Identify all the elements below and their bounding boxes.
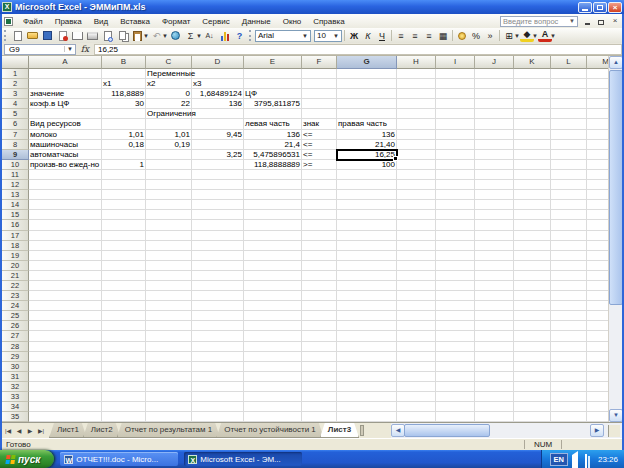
cell-L24[interactable] — [551, 301, 587, 311]
cell-D19[interactable] — [192, 251, 244, 261]
cell-B7[interactable]: 1,01 — [102, 130, 146, 140]
cell-M6[interactable] — [587, 119, 608, 129]
cell-E4[interactable]: 3795,811875 — [244, 99, 302, 109]
cell-H16[interactable] — [397, 220, 436, 230]
cell-H29[interactable] — [397, 352, 436, 362]
menu-item-Сервис[interactable]: Сервис — [196, 16, 235, 27]
sheet-tab-Лист2[interactable]: Лист2 — [83, 423, 121, 438]
cell-H21[interactable] — [397, 271, 436, 281]
cell-D29[interactable] — [192, 352, 244, 362]
cell-M31[interactable] — [587, 372, 608, 382]
cell-D23[interactable] — [192, 291, 244, 301]
cell-D20[interactable] — [192, 261, 244, 271]
cell-L19[interactable] — [551, 251, 587, 261]
cell-G23[interactable] — [337, 291, 397, 301]
cell-F32[interactable] — [302, 382, 337, 392]
cell-M1[interactable] — [587, 69, 608, 79]
cell-L14[interactable] — [551, 200, 587, 210]
bold-button[interactable]: Ж — [347, 29, 361, 42]
underline-button[interactable]: Ч — [375, 29, 389, 42]
cell-K7[interactable] — [514, 130, 551, 140]
cell-B33[interactable] — [102, 392, 146, 402]
cell-B26[interactable] — [102, 321, 146, 331]
network-icon[interactable] — [585, 455, 594, 463]
cell-A28[interactable] — [29, 342, 102, 352]
cell-B29[interactable] — [102, 352, 146, 362]
cell-F23[interactable] — [302, 291, 337, 301]
cell-H34[interactable] — [397, 402, 436, 412]
row-header-25[interactable]: 25 — [2, 311, 29, 321]
cell-F20[interactable] — [302, 261, 337, 271]
cell-D3[interactable]: 1,68489124 — [192, 89, 244, 99]
cell-J8[interactable] — [475, 140, 514, 150]
cell-K30[interactable] — [514, 362, 551, 372]
cell-D35[interactable] — [192, 412, 244, 422]
cell-I33[interactable] — [436, 392, 475, 402]
cell-F8[interactable]: <= — [302, 140, 337, 150]
cell-E6[interactable]: левая часть — [244, 119, 302, 129]
cell-B14[interactable] — [102, 200, 146, 210]
cell-C32[interactable] — [146, 382, 192, 392]
cell-J25[interactable] — [475, 311, 514, 321]
cell-B6[interactable] — [102, 119, 146, 129]
cell-G5[interactable] — [337, 109, 397, 119]
cell-G24[interactable] — [337, 301, 397, 311]
cell-I28[interactable] — [436, 342, 475, 352]
cell-B24[interactable] — [102, 301, 146, 311]
cell-J9[interactable] — [475, 150, 514, 160]
cell-M15[interactable] — [587, 210, 608, 220]
row-header-13[interactable]: 13 — [2, 190, 29, 200]
cell-F15[interactable] — [302, 210, 337, 220]
merge-center-icon[interactable]: ▦ — [436, 29, 450, 42]
cell-H31[interactable] — [397, 372, 436, 382]
cell-G8[interactable]: 21,40 — [337, 140, 397, 150]
row-header-29[interactable]: 29 — [2, 352, 29, 362]
workbook-minimize-button[interactable] — [582, 17, 592, 25]
cell-J28[interactable] — [475, 342, 514, 352]
row-header-10[interactable]: 10 — [2, 160, 29, 170]
cell-J32[interactable] — [475, 382, 514, 392]
row-header-31[interactable]: 31 — [2, 372, 29, 382]
cell-H12[interactable] — [397, 180, 436, 190]
cell-K26[interactable] — [514, 321, 551, 331]
cell-G31[interactable] — [337, 372, 397, 382]
cell-C16[interactable] — [146, 220, 192, 230]
row-header-16[interactable]: 16 — [2, 220, 29, 230]
cell-D31[interactable] — [192, 372, 244, 382]
cell-F24[interactable] — [302, 301, 337, 311]
cell-A23[interactable] — [29, 291, 102, 301]
name-box[interactable]: G9 ▼ — [4, 44, 76, 55]
row-header-3[interactable]: 3 — [2, 89, 29, 99]
cell-I29[interactable] — [436, 352, 475, 362]
cell-A1[interactable] — [29, 69, 102, 79]
cell-J1[interactable] — [475, 69, 514, 79]
cell-J26[interactable] — [475, 321, 514, 331]
cell-G35[interactable] — [337, 412, 397, 422]
row-header-26[interactable]: 26 — [2, 321, 29, 331]
cell-H18[interactable] — [397, 241, 436, 251]
cell-D30[interactable] — [192, 362, 244, 372]
mail-icon[interactable] — [70, 29, 85, 42]
cell-J7[interactable] — [475, 130, 514, 140]
cell-E29[interactable] — [244, 352, 302, 362]
cell-L4[interactable] — [551, 99, 587, 109]
cell-C25[interactable] — [146, 311, 192, 321]
cell-L32[interactable] — [551, 382, 587, 392]
cell-H28[interactable] — [397, 342, 436, 352]
cell-L9[interactable] — [551, 150, 587, 160]
cell-K20[interactable] — [514, 261, 551, 271]
cell-K22[interactable] — [514, 281, 551, 291]
cell-L7[interactable] — [551, 130, 587, 140]
cell-J21[interactable] — [475, 271, 514, 281]
percent-icon[interactable]: % — [469, 29, 483, 42]
cell-K13[interactable] — [514, 190, 551, 200]
cell-B32[interactable] — [102, 382, 146, 392]
row-header-34[interactable]: 34 — [2, 402, 29, 412]
cell-J24[interactable] — [475, 301, 514, 311]
cell-G27[interactable] — [337, 331, 397, 341]
cell-A13[interactable] — [29, 190, 102, 200]
row-header-33[interactable]: 33 — [2, 392, 29, 402]
cell-A20[interactable] — [29, 261, 102, 271]
cell-I16[interactable] — [436, 220, 475, 230]
cell-C14[interactable] — [146, 200, 192, 210]
